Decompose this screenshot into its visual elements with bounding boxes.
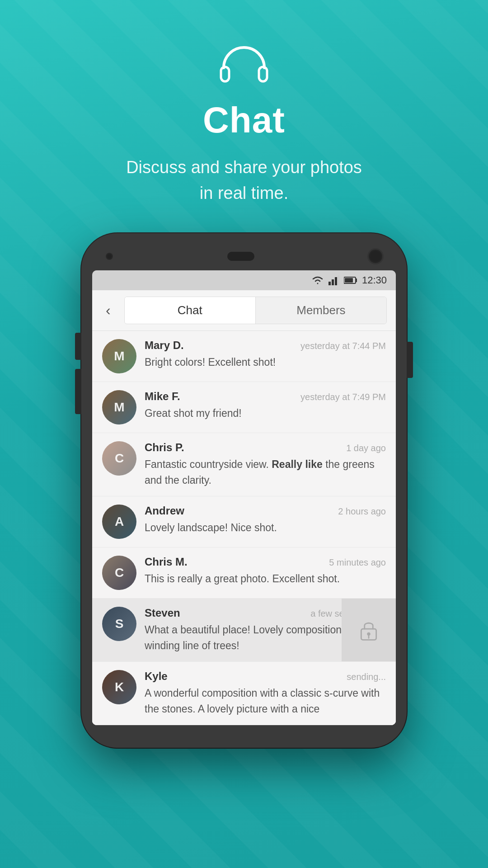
back-button[interactable]: ‹ <box>101 300 115 321</box>
svg-rect-3 <box>332 279 334 285</box>
message-header: Chris P. 1 day ago <box>145 441 386 454</box>
chat-list: M Mary D. yesterday at 7:44 PM Bright co… <box>92 331 396 725</box>
phone-body: 12:30 ‹ Chat Members M <box>81 233 407 748</box>
sender-name: Mike F. <box>145 390 180 403</box>
sender-name: Mary D. <box>145 339 184 352</box>
sender-name: Chris P. <box>145 441 184 454</box>
signal-icon <box>328 275 339 285</box>
message-text: Great shot my friend! <box>145 406 386 421</box>
message-time: 1 day ago <box>346 443 386 453</box>
volume-down-button <box>75 369 81 414</box>
message-time: yesterday at 7:44 PM <box>300 341 386 351</box>
svg-rect-8 <box>345 278 353 283</box>
page-background: Chat Discuss and share your photosin rea… <box>0 0 488 868</box>
speaker <box>227 252 254 261</box>
list-item: K Kyle sending... A wonderful compositio… <box>92 662 396 725</box>
avatar: S <box>102 607 136 641</box>
message-content: Chris P. 1 day ago Fantastic countryside… <box>145 441 386 488</box>
power-button <box>407 342 413 378</box>
list-item: S Steven a few seconds ago What a beauti… <box>92 599 396 662</box>
svg-rect-1 <box>259 67 267 81</box>
sender-name: Steven <box>145 607 180 619</box>
message-content: Mike F. yesterday at 7:49 PM Great shot … <box>145 390 386 421</box>
message-time: sending... <box>347 672 386 682</box>
message-header: Mike F. yesterday at 7:49 PM <box>145 390 386 403</box>
message-content: Andrew 2 hours ago Lovely landscape! Nic… <box>145 505 386 536</box>
list-item: C Chris M. 5 minutes ago This is really … <box>92 547 396 599</box>
hero-title: Chat <box>203 99 285 141</box>
sender-name: Kyle <box>145 670 168 683</box>
tab-members[interactable]: Members <box>256 297 386 324</box>
message-header: Mary D. yesterday at 7:44 PM <box>145 339 386 352</box>
lock-overlay <box>342 599 396 661</box>
svg-rect-2 <box>328 282 331 285</box>
message-content: Mary D. yesterday at 7:44 PM Bright colo… <box>145 339 386 370</box>
status-bar: 12:30 <box>92 270 396 290</box>
phone-mockup: 12:30 ‹ Chat Members M <box>81 233 407 748</box>
list-item: M Mary D. yesterday at 7:44 PM Bright co… <box>92 331 396 382</box>
message-header: Kyle sending... <box>145 670 386 683</box>
message-text: A wonderful composition with a classic s… <box>145 685 386 717</box>
headphone-icon <box>219 45 269 86</box>
message-text: Lovely landscape! Nice shot. <box>145 520 386 536</box>
message-time: yesterday at 7:49 PM <box>300 392 386 402</box>
tab-group: Chat Members <box>124 297 387 324</box>
phone-screen: 12:30 ‹ Chat Members M <box>92 270 396 725</box>
message-text: This is really a great photo. Excellent … <box>145 571 386 587</box>
svg-rect-7 <box>356 278 357 282</box>
message-text: Fantastic countryside view. Really like … <box>145 457 386 488</box>
phone-side-buttons-left <box>75 333 81 414</box>
avatar: M <box>102 390 136 425</box>
message-header: Chris M. 5 minutes ago <box>145 556 386 568</box>
volume-up-button <box>75 333 81 360</box>
sender-name: Andrew <box>145 505 184 517</box>
avatar: M <box>102 339 136 373</box>
avatar: K <box>102 670 136 704</box>
svg-rect-5 <box>338 275 339 285</box>
message-content: Chris M. 5 minutes ago This is really a … <box>145 556 386 587</box>
camera-front <box>369 250 382 263</box>
hero-section: Chat Discuss and share your photosin rea… <box>126 0 362 233</box>
wifi-icon <box>311 275 324 285</box>
tab-chat[interactable]: Chat <box>125 297 256 324</box>
list-item: C Chris P. 1 day ago Fantastic countrysi… <box>92 433 396 496</box>
phone-top-bar <box>92 244 396 269</box>
message-content: Kyle sending... A wonderful composition … <box>145 670 386 717</box>
message-text: Bright colors! Excellent shot! <box>145 354 386 370</box>
list-item: A Andrew 2 hours ago Lovely landscape! N… <box>92 496 396 547</box>
sender-name: Chris M. <box>145 556 188 568</box>
svg-rect-4 <box>335 277 337 285</box>
nav-header: ‹ Chat Members <box>92 290 396 331</box>
message-time: 5 minutes ago <box>329 557 386 568</box>
message-time: 2 hours ago <box>338 506 386 517</box>
avatar: A <box>102 505 136 539</box>
hero-subtitle: Discuss and share your photosin real tim… <box>126 155 362 206</box>
phone-side-buttons-right <box>407 342 413 378</box>
list-item: M Mike F. yesterday at 7:49 PM Great sho… <box>92 382 396 433</box>
battery-icon <box>344 276 357 284</box>
message-header: Andrew 2 hours ago <box>145 505 386 517</box>
avatar: C <box>102 441 136 476</box>
svg-rect-0 <box>221 67 229 81</box>
status-icons: 12:30 <box>311 274 387 286</box>
lock-icon <box>359 619 379 642</box>
camera-left <box>106 253 113 260</box>
status-time: 12:30 <box>362 274 387 286</box>
avatar: C <box>102 556 136 590</box>
